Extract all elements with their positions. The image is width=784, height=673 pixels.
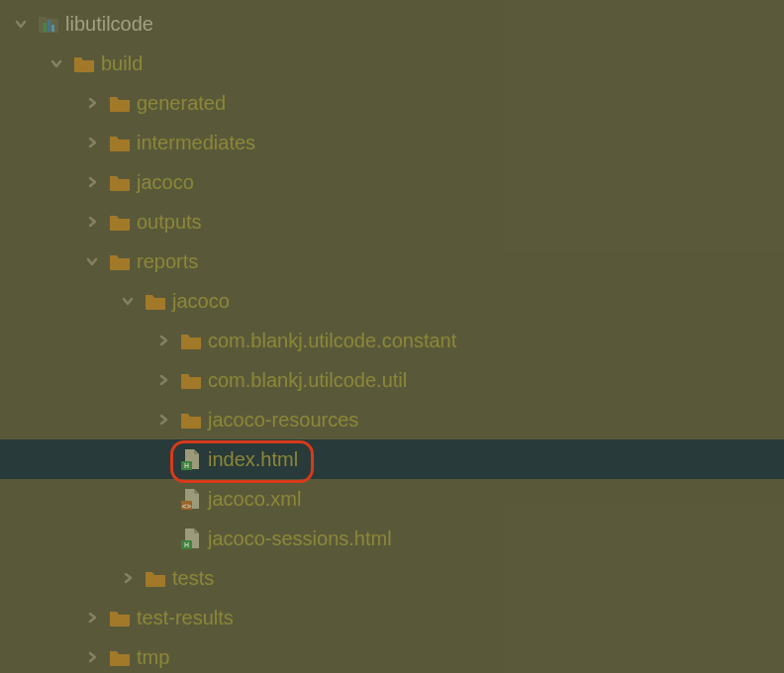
chevron-right-icon[interactable] [83, 173, 101, 191]
tree-folder-row[interactable]: intermediates [0, 123, 784, 162]
tree-folder-row[interactable]: com.blankj.utilcode.constant [0, 321, 784, 360]
svg-text:H: H [184, 541, 189, 548]
chevron-down-icon[interactable] [12, 15, 30, 33]
chevron-right-icon[interactable] [154, 332, 172, 349]
chevron-down-icon[interactable] [83, 252, 101, 270]
folder-icon [109, 171, 131, 193]
tree-item-label: reports [137, 250, 198, 273]
chevron-right-icon[interactable] [154, 371, 172, 389]
svg-rect-2 [51, 25, 54, 32]
module-icon [38, 13, 59, 35]
chevron-right-icon[interactable] [83, 609, 101, 626]
folder-icon [109, 646, 131, 668]
folder-icon [145, 290, 166, 312]
tree-item-label: jacoco-sessions.html [208, 528, 392, 550]
svg-rect-1 [48, 20, 50, 32]
folder-icon [109, 132, 131, 153]
tree-item-label: com.blankj.utilcode.constant [208, 330, 456, 352]
tree-folder-row[interactable]: com.blankj.utilcode.util [0, 360, 784, 400]
folder-icon [109, 92, 131, 114]
chevron-right-icon[interactable] [83, 213, 101, 231]
tree-folder-row[interactable]: build [0, 44, 784, 83]
chevron-right-icon[interactable] [83, 134, 101, 151]
tree-item-label: com.blankj.utilcode.util [208, 369, 407, 392]
tree-item-label: test-results [137, 607, 234, 629]
tree-item-label: tests [172, 567, 214, 590]
chevron-right-icon[interactable] [83, 648, 101, 666]
folder-icon [109, 250, 131, 272]
tree-file-row[interactable]: Hjacoco-sessions.html [0, 519, 784, 558]
chevron-right-icon[interactable] [154, 411, 172, 429]
tree-item-label: jacoco-resources [208, 409, 358, 432]
tree-item-label: generated [137, 92, 226, 115]
tree-item-label: index.html [208, 448, 298, 471]
file-tree: libutilcodebuildgeneratedintermediatesja… [0, 0, 784, 673]
tree-item-label: jacoco [137, 171, 194, 194]
svg-text:<>: <> [182, 502, 192, 511]
folder-icon [109, 607, 131, 628]
tree-item-label: jacoco.xml [208, 488, 301, 511]
tree-folder-row[interactable]: test-results [0, 598, 784, 637]
folder-icon [180, 409, 202, 431]
html-file-icon: H [180, 448, 202, 470]
chevron-right-icon[interactable] [83, 94, 101, 112]
tree-item-label: tmp [137, 646, 169, 669]
tree-folder-row[interactable]: reports [0, 241, 784, 281]
svg-rect-0 [44, 23, 47, 32]
tree-folder-row[interactable]: tmp [0, 637, 784, 673]
folder-icon [180, 369, 202, 391]
tree-item-label: outputs [137, 211, 202, 234]
tree-folder-row[interactable]: tests [0, 558, 784, 598]
tree-folder-row[interactable]: libutilcode [0, 4, 784, 44]
chevron-down-icon[interactable] [119, 292, 137, 310]
tree-folder-row[interactable]: jacoco [0, 162, 784, 202]
tree-file-row[interactable]: <>jacoco.xml [0, 479, 784, 519]
tree-item-label: jacoco [172, 290, 230, 313]
tree-item-label: libutilcode [65, 13, 153, 36]
xml-file-icon: <> [180, 488, 202, 510]
svg-text:H: H [184, 462, 189, 469]
tree-item-label: intermediates [137, 132, 255, 154]
tree-folder-row[interactable]: jacoco [0, 281, 784, 321]
folder-icon [109, 211, 131, 233]
chevron-down-icon[interactable] [48, 54, 65, 72]
tree-file-row[interactable]: Hindex.html [0, 439, 784, 479]
chevron-right-icon[interactable] [119, 569, 137, 587]
tree-folder-row[interactable]: jacoco-resources [0, 400, 784, 439]
folder-icon [145, 567, 166, 589]
folder-icon [73, 52, 95, 74]
html-file-icon: H [180, 528, 202, 549]
tree-item-label: build [101, 52, 143, 75]
folder-icon [180, 330, 202, 351]
tree-folder-row[interactable]: generated [0, 83, 784, 123]
tree-folder-row[interactable]: outputs [0, 202, 784, 241]
